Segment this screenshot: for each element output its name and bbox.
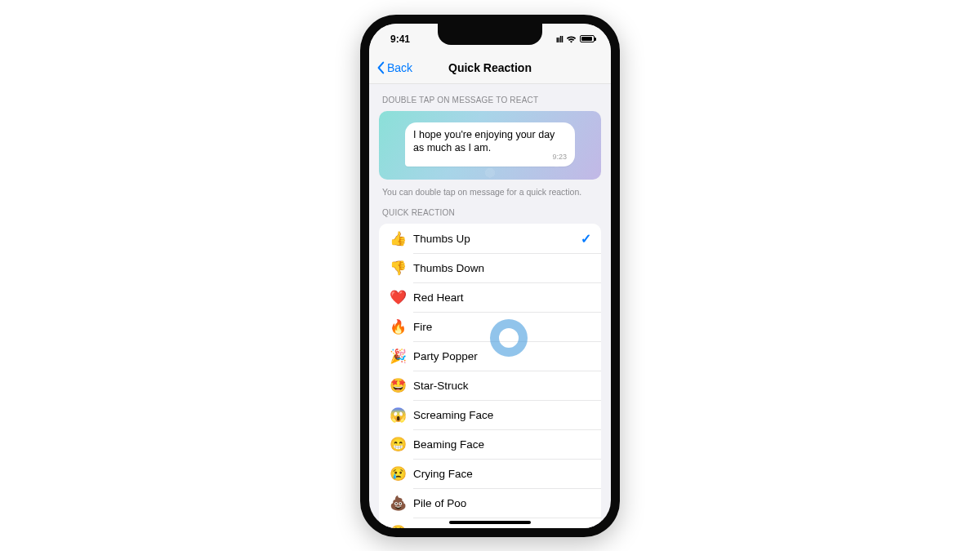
reaction-row[interactable]: 👍Thumbs Up✓ [379,224,601,253]
reaction-emoji: 👎 [389,260,407,277]
preview-card[interactable]: I hope you're enjoying your day as much … [379,111,601,180]
reaction-label: Fire [413,321,591,333]
reaction-row[interactable]: 💩Pile of Poo [379,488,601,518]
reaction-label: Crying Face [413,468,591,480]
reaction-emoji: ❤️ [389,289,407,306]
battery-icon [580,35,595,42]
back-label: Back [387,61,412,74]
status-time: 9:41 [390,33,410,45]
reaction-emoji: 👍 [389,230,407,247]
reaction-emoji: 🎉 [389,348,407,365]
reaction-label: Red Heart [413,291,591,304]
reaction-label: Screaming Face [413,409,591,421]
reaction-emoji: 😁 [389,436,407,453]
wifi-icon [566,35,577,43]
phone-frame: 9:41 ııll Back Quick Reaction DOUBLE TAP… [360,15,620,537]
message-bubble[interactable]: I hope you're enjoying your day as much … [405,122,575,167]
content-area: DOUBLE TAP ON MESSAGE TO REACT I hope yo… [369,84,611,528]
navigation-bar: Back Quick Reaction [369,53,611,84]
reaction-row[interactable]: 🔥Fire [379,312,601,341]
reaction-label: Thumbs Up [413,233,581,245]
status-indicators: ııll [556,34,595,44]
checkmark-icon: ✓ [581,231,591,247]
reaction-list: 👍Thumbs Up✓👎Thumbs Down❤️Red Heart🔥Fire🎉… [379,224,601,528]
preview-section-header: DOUBLE TAP ON MESSAGE TO REACT [369,84,611,108]
reaction-emoji: 🤮 [389,524,407,528]
reaction-emoji: 🔥 [389,318,407,335]
reaction-row[interactable]: 🤩Star-Struck [379,371,601,400]
reaction-label: Star-Struck [413,380,591,392]
phone-screen: 9:41 ııll Back Quick Reaction DOUBLE TAP… [369,24,611,528]
chevron-left-icon [374,61,387,74]
reaction-row[interactable]: 😱Screaming Face [379,400,601,429]
reaction-row[interactable]: 😁Beaming Face [379,429,601,459]
reaction-label: Party Popper [413,350,591,362]
reaction-emoji: 😱 [389,407,407,424]
reaction-emoji: 🤩 [389,377,407,394]
message-text: I hope you're enjoying your day as much … [413,128,567,155]
cellular-signal-icon: ııll [556,34,563,44]
reaction-row[interactable]: 👎Thumbs Down [379,253,601,282]
reaction-row[interactable]: 😢Crying Face [379,459,601,488]
reaction-label: Face Vomiting [413,527,591,528]
list-section-header: QUICK REACTION [369,197,611,220]
reaction-emoji: 😢 [389,465,407,482]
reaction-label: Pile of Poo [413,497,591,509]
reaction-row[interactable]: ❤️Red Heart [379,282,601,312]
page-title: Quick Reaction [448,61,532,74]
back-button[interactable]: Back [369,61,412,74]
reaction-label: Thumbs Down [413,262,591,274]
phone-notch [438,24,542,45]
preview-footer: You can double tap on message for a quic… [369,183,611,197]
reaction-label: Beaming Face [413,438,591,451]
home-indicator[interactable] [449,521,531,524]
reaction-row[interactable]: 🎉Party Popper [379,341,601,371]
reaction-emoji: 💩 [389,495,407,512]
